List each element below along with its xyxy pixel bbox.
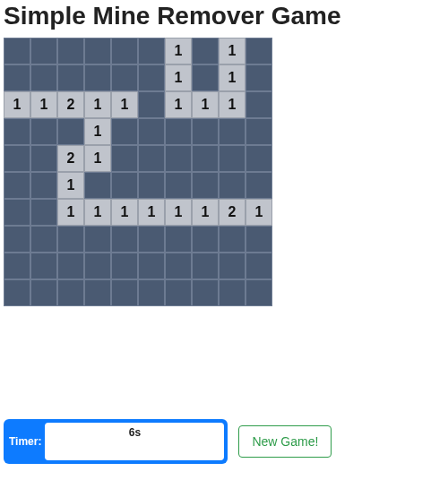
cell-revealed: 1 [165,91,192,118]
cell-revealed: 1 [84,199,111,226]
cell-unrevealed[interactable] [165,279,192,306]
cell-unrevealed[interactable] [192,64,219,91]
cell-unrevealed[interactable] [165,172,192,199]
cell-unrevealed[interactable] [84,172,111,199]
cell-revealed: 1 [219,91,246,118]
cell-unrevealed[interactable] [4,279,30,306]
cell-unrevealed[interactable] [246,226,272,253]
cell-unrevealed[interactable] [4,226,30,253]
cell-unrevealed[interactable] [219,172,246,199]
cell-unrevealed[interactable] [30,64,57,91]
cell-unrevealed[interactable] [138,64,165,91]
cell-unrevealed[interactable] [4,253,30,279]
cell-unrevealed[interactable] [4,118,30,145]
cell-unrevealed[interactable] [30,253,57,279]
cell-unrevealed[interactable] [111,172,138,199]
cell-unrevealed[interactable] [111,279,138,306]
cell-unrevealed[interactable] [165,253,192,279]
cell-revealed: 1 [4,91,30,118]
cell-revealed: 1 [57,199,84,226]
new-game-button[interactable]: New Game! [238,425,332,458]
cell-unrevealed[interactable] [111,145,138,172]
cell-unrevealed[interactable] [4,199,30,226]
cell-revealed: 1 [57,172,84,199]
cell-unrevealed[interactable] [111,226,138,253]
cell-revealed: 2 [57,145,84,172]
cell-unrevealed[interactable] [57,64,84,91]
cell-unrevealed[interactable] [30,226,57,253]
cell-unrevealed[interactable] [111,64,138,91]
cell-unrevealed[interactable] [246,253,272,279]
cell-unrevealed[interactable] [138,226,165,253]
cell-unrevealed[interactable] [111,253,138,279]
cell-unrevealed[interactable] [84,64,111,91]
cell-revealed: 1 [111,91,138,118]
cell-unrevealed[interactable] [192,38,219,64]
cell-unrevealed[interactable] [246,279,272,306]
cell-unrevealed[interactable] [30,145,57,172]
cell-unrevealed[interactable] [246,118,272,145]
cell-unrevealed[interactable] [84,279,111,306]
cell-unrevealed[interactable] [138,91,165,118]
cell-unrevealed[interactable] [219,253,246,279]
cell-unrevealed[interactable] [192,145,219,172]
cell-unrevealed[interactable] [192,226,219,253]
cell-unrevealed[interactable] [30,118,57,145]
cell-unrevealed[interactable] [192,172,219,199]
cell-unrevealed[interactable] [246,145,272,172]
cell-unrevealed[interactable] [30,172,57,199]
cell-unrevealed[interactable] [246,64,272,91]
cell-unrevealed[interactable] [192,118,219,145]
cell-revealed: 2 [219,199,246,226]
timer-box: Timer: 6s [4,419,228,464]
cell-revealed: 1 [192,91,219,118]
cell-unrevealed[interactable] [192,253,219,279]
cell-unrevealed[interactable] [219,226,246,253]
cell-unrevealed[interactable] [246,91,272,118]
cell-unrevealed[interactable] [57,253,84,279]
cell-unrevealed[interactable] [165,118,192,145]
cell-unrevealed[interactable] [219,279,246,306]
cell-unrevealed[interactable] [111,38,138,64]
cell-unrevealed[interactable] [165,226,192,253]
cell-revealed: 1 [165,38,192,64]
cell-unrevealed[interactable] [246,172,272,199]
timer-value: 6s [45,423,224,460]
cell-unrevealed[interactable] [138,279,165,306]
cell-unrevealed[interactable] [246,38,272,64]
cell-unrevealed[interactable] [192,279,219,306]
cell-revealed: 1 [84,91,111,118]
cell-revealed: 1 [84,145,111,172]
cell-unrevealed[interactable] [57,226,84,253]
cell-unrevealed[interactable] [138,145,165,172]
cell-revealed: 1 [165,199,192,226]
cell-unrevealed[interactable] [4,38,30,64]
cell-unrevealed[interactable] [4,145,30,172]
cell-unrevealed[interactable] [219,145,246,172]
cell-unrevealed[interactable] [138,118,165,145]
cell-unrevealed[interactable] [111,118,138,145]
mine-board: 111111211111121111111121 [4,38,272,306]
cell-unrevealed[interactable] [30,199,57,226]
cell-unrevealed[interactable] [57,279,84,306]
cell-unrevealed[interactable] [30,38,57,64]
cell-unrevealed[interactable] [57,118,84,145]
cell-unrevealed[interactable] [84,253,111,279]
cell-revealed: 1 [165,64,192,91]
cell-unrevealed[interactable] [138,172,165,199]
cell-unrevealed[interactable] [4,172,30,199]
cell-unrevealed[interactable] [138,38,165,64]
cell-revealed: 1 [111,199,138,226]
cell-unrevealed[interactable] [165,145,192,172]
cell-unrevealed[interactable] [138,253,165,279]
cell-unrevealed[interactable] [219,118,246,145]
timer-label: Timer: [7,435,45,448]
page-title: Simple Mine Remover Game [4,2,448,30]
bottom-bar: Timer: 6s New Game! [4,419,332,464]
cell-revealed: 1 [219,64,246,91]
cell-unrevealed[interactable] [84,226,111,253]
cell-unrevealed[interactable] [4,64,30,91]
cell-unrevealed[interactable] [84,38,111,64]
cell-unrevealed[interactable] [30,279,57,306]
cell-unrevealed[interactable] [57,38,84,64]
